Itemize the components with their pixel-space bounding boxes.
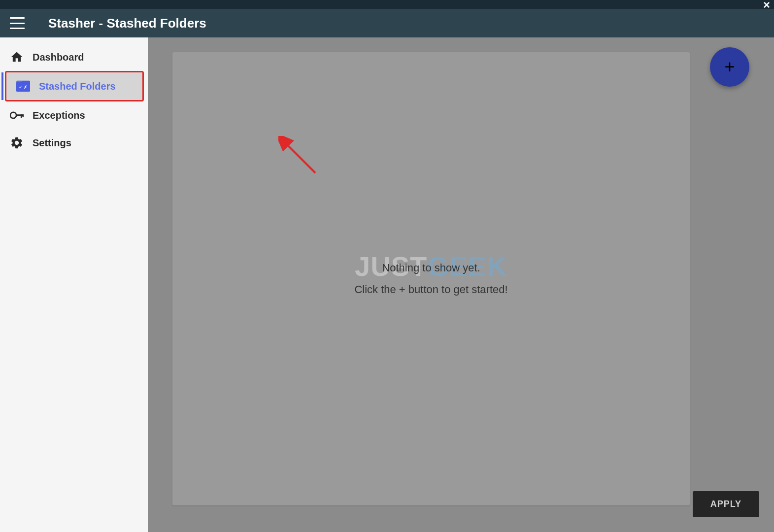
sidebar-item-stashed-folders[interactable]: ✓ ✗ Stashed Folders (5, 71, 144, 101)
svg-text:✓ ✗: ✓ ✗ (19, 85, 28, 90)
app-title: Stasher - Stashed Folders (48, 16, 206, 31)
close-icon[interactable]: × (763, 0, 770, 12)
content-card: JUST GEEK Nothing to show yet. Click the… (172, 52, 690, 505)
sidebar-item-label: Stashed Folders (39, 81, 116, 92)
window-titlebar: × (0, 0, 774, 9)
sidebar-item-settings[interactable]: Settings (0, 129, 148, 157)
gear-icon (10, 136, 24, 150)
sidebar-item-label: Settings (33, 137, 71, 149)
svg-point-2 (10, 112, 16, 118)
sidebar-item-exceptions[interactable]: Exceptions (0, 101, 148, 129)
add-button[interactable]: + (710, 47, 749, 87)
hamburger-menu-button[interactable] (10, 17, 25, 29)
content-area: JUST GEEK Nothing to show yet. Click the… (148, 37, 774, 532)
home-icon (10, 50, 24, 64)
plus-icon: + (724, 57, 735, 77)
main-layout: Dashboard ✓ ✗ Stashed Folders (0, 37, 774, 532)
empty-state-title: Nothing to show yet. (382, 262, 480, 274)
folder-check-icon: ✓ ✗ (16, 79, 30, 93)
svg-rect-4 (21, 114, 22, 118)
sidebar-item-label: Dashboard (33, 52, 84, 63)
app-header: Stasher - Stashed Folders (0, 9, 774, 37)
empty-state-subtitle: Click the + button to get started! (354, 283, 507, 296)
sidebar-item-label: Exceptions (33, 110, 85, 121)
key-icon (10, 108, 24, 122)
sidebar-item-dashboard[interactable]: Dashboard (0, 43, 148, 71)
sidebar: Dashboard ✓ ✗ Stashed Folders (0, 37, 148, 532)
apply-button[interactable]: APPLY (693, 491, 759, 517)
svg-rect-5 (22, 114, 24, 117)
